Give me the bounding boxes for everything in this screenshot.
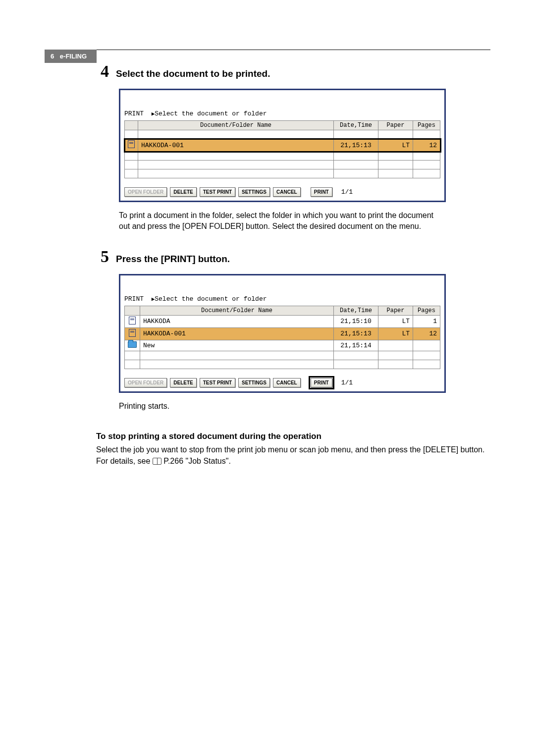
step-4-body: To print a document in the folder, selec… <box>119 210 446 232</box>
delete-button[interactable]: DELETE <box>170 378 196 387</box>
cell-pages: 12 <box>413 327 440 340</box>
cell-date: 21,15:10 <box>334 315 378 327</box>
screen-hint: Select the document or folder <box>155 295 267 303</box>
col-date: Date,Time <box>334 306 378 315</box>
table-header-row: Document/Folder Name Date,Time Paper Pag… <box>125 121 440 130</box>
cell-paper: LT <box>378 327 413 340</box>
print-button[interactable]: PRINT <box>311 378 332 387</box>
screen-heading: PRINT ▶Select the document or folder <box>124 295 440 303</box>
table-row <box>125 161 440 169</box>
table-header-row: Document/Folder Name Date,Time Paper Pag… <box>125 306 440 315</box>
table-row <box>125 351 440 360</box>
cell-name: HAKKODA-001 <box>140 327 334 340</box>
cell-date: 21,15:13 <box>334 327 378 340</box>
step-number: 4 <box>94 62 109 81</box>
table-row <box>125 360 440 369</box>
cell-name: HAKKODA-001 <box>138 139 334 152</box>
table-row <box>125 152 440 161</box>
cell-name: New <box>140 340 334 351</box>
button-bar: OPEN FOLDER DELETE TEST PRINT SETTINGS C… <box>124 378 440 387</box>
button-bar: OPEN FOLDER DELETE TEST PRINT SETTINGS C… <box>124 187 440 197</box>
document-icon <box>128 140 135 148</box>
book-icon <box>153 458 161 465</box>
table-row[interactable]: New 21,15:14 <box>125 340 440 351</box>
print-label: PRINT <box>124 110 144 117</box>
step-title: Select the document to be printed. <box>116 68 270 79</box>
delete-button[interactable]: DELETE <box>170 187 196 197</box>
cell-pages: 1 <box>413 315 440 327</box>
settings-button[interactable]: SETTINGS <box>238 187 270 197</box>
print-screen-1: PRINT ▶Select the document or folder Doc… <box>119 89 446 202</box>
step-5-body: Printing starts. <box>119 401 446 412</box>
print-label: PRINT <box>124 295 144 303</box>
cancel-button[interactable]: CANCEL <box>273 378 301 387</box>
step-4: 4 Select the document to be printed. <box>94 62 490 81</box>
document-icon <box>129 329 136 337</box>
test-print-button[interactable]: TEST PRINT <box>200 378 235 387</box>
open-folder-button[interactable]: OPEN FOLDER <box>124 187 167 197</box>
cell-pages: 12 <box>413 139 440 152</box>
cell-paper: LT <box>378 315 413 327</box>
step-5: 5 Press the [PRINT] button. <box>94 247 490 266</box>
page-counter: 1/1 <box>341 379 353 386</box>
cell-paper: LT <box>378 139 413 152</box>
open-folder-button[interactable]: OPEN FOLDER <box>124 378 167 387</box>
table-row <box>125 130 440 139</box>
cell-pages <box>413 340 440 351</box>
document-table: Document/Folder Name Date,Time Paper Pag… <box>124 120 440 178</box>
cell-paper <box>378 340 413 351</box>
test-print-button[interactable]: TEST PRINT <box>200 187 235 197</box>
stop-printing-heading: To stop printing a stored document durin… <box>96 432 490 441</box>
stop-text-b: . <box>228 457 230 465</box>
chapter-title: e-FILING <box>60 53 87 60</box>
screen-heading: PRINT ▶Select the document or folder <box>124 110 440 117</box>
print-screen-2: PRINT ▶Select the document or folder Doc… <box>119 274 446 393</box>
document-icon <box>129 317 136 324</box>
stop-printing-text: Select the job you want to stop from the… <box>96 444 492 467</box>
page-counter: 1/1 <box>341 188 353 196</box>
table-row <box>125 169 440 178</box>
col-pages: Pages <box>413 306 440 315</box>
col-name: Document/Folder Name <box>140 306 334 315</box>
stop-ref: P.266 "Job Status" <box>163 457 228 465</box>
table-row[interactable]: HAKKODA 21,15:10 LT 1 <box>125 315 440 327</box>
chapter-tab: 6 e-FILING <box>45 50 97 63</box>
document-table: Document/Folder Name Date,Time Paper Pag… <box>124 306 440 369</box>
col-date: Date,Time <box>334 121 378 130</box>
cancel-button[interactable]: CANCEL <box>273 187 301 197</box>
chapter-number: 6 <box>51 53 54 60</box>
cell-date: 21,15:14 <box>334 340 378 351</box>
col-pages: Pages <box>413 121 440 130</box>
step-title: Press the [PRINT] button. <box>116 254 230 265</box>
cell-date: 21,15:13 <box>334 139 378 152</box>
screen-hint: Select the document or folder <box>155 110 267 117</box>
cell-name: HAKKODA <box>140 315 334 327</box>
print-button[interactable]: PRINT <box>311 187 332 197</box>
settings-button[interactable]: SETTINGS <box>238 378 270 387</box>
col-name: Document/Folder Name <box>138 121 334 130</box>
col-paper: Paper <box>378 121 413 130</box>
col-paper: Paper <box>378 306 413 315</box>
table-row[interactable]: HAKKODA-001 21,15:13 LT 12 <box>125 139 440 152</box>
step-number: 5 <box>94 247 109 266</box>
table-row[interactable]: HAKKODA-001 21,15:13 LT 12 <box>125 327 440 340</box>
folder-icon <box>128 341 137 348</box>
